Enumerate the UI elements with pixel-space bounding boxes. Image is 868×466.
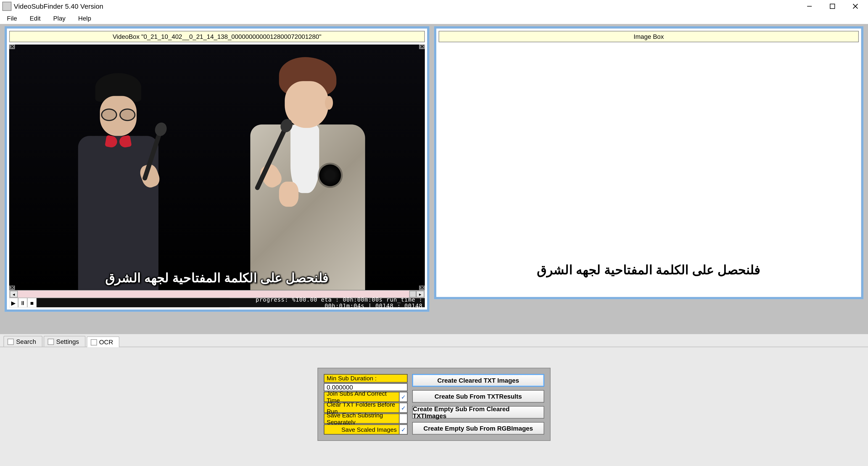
video-frame-person-left (61, 73, 176, 290)
workarea: VideoBox "0_21_10_402__0_21_14_138_00000… (0, 24, 868, 466)
ocr-buttons-column: Create Cleared TXT Images Create Sub Fro… (412, 374, 544, 434)
progress-status-text: progress: %100.00 eta : 00h:00m:00s run_… (230, 297, 425, 309)
window-controls (804, 1, 866, 12)
playback-controls: ▶ ⏸ ■ progress: %100.00 eta : 00h:00m:00… (9, 298, 425, 307)
crop-marker-bl[interactable]: ✕ (9, 286, 15, 290)
window-title: VideoSubFinder 5.40 Version (14, 2, 804, 10)
clear-txt-checkbox[interactable]: ✓ (400, 403, 408, 413)
image-panel: Image Box فلنحصل على الكلمة المفتاحية لج… (434, 26, 863, 299)
play-button[interactable]: ▶ (9, 298, 18, 307)
image-surface: فلنحصل على الكلمة المفتاحية لجهه الشرق (439, 44, 859, 295)
doc-icon (7, 338, 14, 345)
save-scaled-label: Save Scaled Images (324, 424, 400, 434)
scroll-left-button[interactable]: ◂ (10, 291, 18, 298)
app-icon (2, 2, 11, 11)
crop-marker-tl[interactable]: ✕ (9, 44, 15, 49)
image-subtitle-text: فلنحصل على الكلمة المفتاحية لجهه الشرق (439, 263, 859, 278)
menu-file[interactable]: File (3, 14, 21, 23)
join-subs-label: Join Subs And Correct Time (324, 392, 400, 402)
maximize-button[interactable] (827, 1, 838, 12)
menu-play[interactable]: Play (50, 14, 69, 23)
tab-ocr[interactable]: OCR (87, 336, 119, 347)
video-subtitle-overlay: فلنحصل على الكلمة المفتاحية لجهه الشرق (9, 271, 425, 286)
tab-label: OCR (99, 339, 113, 345)
tab-settings[interactable]: Settings (43, 336, 85, 347)
doc-icon (48, 338, 54, 345)
crop-marker-br[interactable]: ✕ (419, 286, 425, 290)
pause-button[interactable]: ⏸ (18, 298, 27, 307)
menu-help[interactable]: Help (75, 14, 95, 23)
tab-label: Search (16, 338, 36, 345)
panels-row: VideoBox "0_21_10_402__0_21_14_138_00000… (0, 24, 868, 314)
minimize-button[interactable] (804, 1, 815, 12)
tab-label: Settings (56, 338, 79, 345)
app-window: VideoSubFinder 5.40 Version File Edit Pl… (0, 0, 868, 466)
save-each-checkbox[interactable] (400, 413, 408, 424)
video-surface[interactable]: فلنحصل على الكلمة المفتاحية لجهه الشرق ✕… (9, 44, 425, 290)
min-sub-duration-label: Min Sub Duration : (324, 374, 408, 382)
stop-button[interactable]: ■ (28, 298, 37, 307)
save-each-label: Save Each Substring Separately (324, 413, 400, 424)
clear-txt-label: Clear TXT Folders Before Run (324, 403, 400, 413)
tab-content-ocr: Min Sub Duration : 0.000000 Join Subs An… (0, 347, 868, 466)
crop-marker-tr[interactable]: ✕ (419, 44, 425, 49)
titlebar: VideoSubFinder 5.40 Version (0, 0, 868, 12)
tabs-row: Search Settings OCR (0, 334, 868, 347)
create-sub-from-txtresults-button[interactable]: Create Sub From TXTResults (412, 390, 544, 403)
menubar: File Edit Play Help (0, 12, 868, 24)
doc-icon (90, 339, 97, 345)
video-panel: VideoBox "0_21_10_402__0_21_14_138_00000… (5, 26, 429, 312)
create-empty-sub-from-rgb-button[interactable]: Create Empty Sub From RGBImages (412, 422, 544, 434)
create-empty-sub-from-cleared-button[interactable]: Create Empty Sub From Cleared TXTImages (412, 406, 544, 418)
video-frame-person-right (233, 62, 382, 290)
video-panel-header: VideoBox "0_21_10_402__0_21_14_138_00000… (9, 31, 425, 42)
join-subs-checkbox[interactable]: ✓ (400, 392, 408, 402)
create-cleared-txt-images-button[interactable]: Create Cleared TXT Images (412, 374, 544, 386)
ocr-options-column: Min Sub Duration : 0.000000 Join Subs An… (324, 374, 408, 434)
close-button[interactable] (850, 1, 861, 12)
tab-search[interactable]: Search (3, 336, 42, 347)
seek-bar[interactable] (37, 298, 230, 307)
svg-rect-1 (830, 4, 835, 9)
menu-edit[interactable]: Edit (26, 14, 44, 23)
image-panel-header: Image Box (439, 31, 859, 42)
save-scaled-checkbox[interactable]: ✓ (400, 424, 408, 434)
ocr-panel: Min Sub Duration : 0.000000 Join Subs An… (317, 368, 551, 441)
